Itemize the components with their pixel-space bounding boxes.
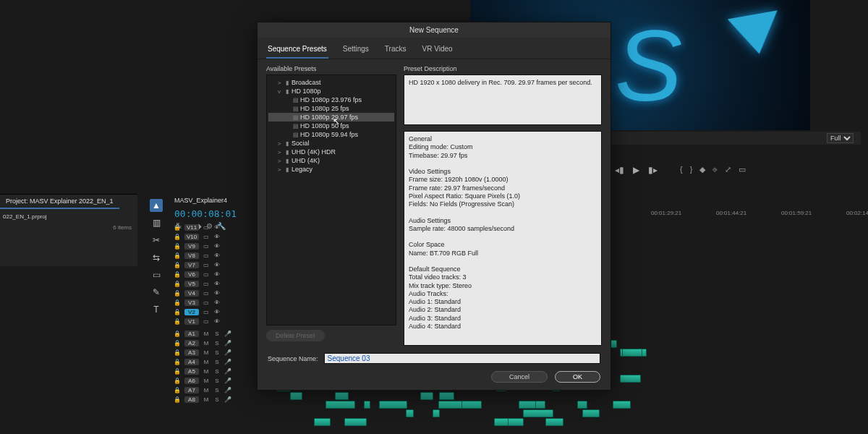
clip[interactable]: [577, 401, 587, 409]
clip[interactable]: [545, 418, 563, 426]
sync-lock-icon[interactable]: ▭: [203, 309, 210, 315]
step-back-button[interactable]: ◂▮: [615, 165, 624, 175]
track-label[interactable]: V7: [184, 262, 199, 268]
preset-social[interactable]: >Social: [268, 139, 394, 148]
audio-track-A5[interactable]: 🔒A5MS🎤: [174, 367, 253, 376]
voice-icon[interactable]: 🎤: [224, 349, 231, 356]
track-label[interactable]: A5: [184, 368, 199, 375]
sync-lock-icon[interactable]: ▭: [203, 252, 210, 259]
track-label[interactable]: A2: [184, 340, 199, 346]
lock-icon[interactable]: 🔒: [174, 234, 181, 240]
sequence-name-input[interactable]: [324, 353, 600, 364]
audio-track-A1[interactable]: 🔒A1MS🎤: [174, 329, 253, 339]
video-track-V8[interactable]: 🔒V8▭👁: [174, 251, 253, 260]
lock-icon[interactable]: 🔒: [174, 318, 181, 325]
video-track-V1[interactable]: 🔒V1▭👁: [174, 317, 253, 326]
preset-hd-1080p-25-fps[interactable]: HD 1080p 25 fps: [268, 104, 394, 113]
sync-lock-icon[interactable]: ▭: [203, 234, 210, 240]
project-item[interactable]: 022_EN_1.prproj: [0, 209, 137, 221]
preset-hd-1080p-59-94-fps[interactable]: HD 1080p 59.94 fps: [268, 130, 394, 139]
dialog-tab-sequence-presets[interactable]: Sequence Presets: [266, 42, 328, 59]
clip[interactable]: [335, 392, 349, 400]
sync-lock-icon[interactable]: ▭: [203, 271, 210, 278]
clip[interactable]: [494, 418, 508, 426]
eye-icon[interactable]: 👁: [213, 309, 221, 315]
track-label[interactable]: V1: [184, 318, 199, 325]
audio-track-A6[interactable]: 🔒A6MS🎤: [174, 376, 253, 386]
track-label[interactable]: A4: [184, 359, 199, 365]
voice-icon[interactable]: 🎤: [224, 387, 231, 393]
lock-icon[interactable]: 🔒: [174, 349, 181, 356]
lock-icon[interactable]: 🔒: [174, 359, 181, 365]
lock-icon[interactable]: 🔒: [174, 387, 181, 393]
track-label[interactable]: V4: [184, 290, 199, 297]
video-track-V9[interactable]: 🔒V9▭👁: [174, 242, 253, 251]
track-label[interactable]: A8: [184, 396, 199, 403]
lock-icon[interactable]: 🔒: [174, 299, 181, 306]
lock-icon[interactable]: 🔒: [174, 368, 181, 375]
track-label[interactable]: V2: [184, 309, 199, 315]
mute-icon[interactable]: M: [203, 368, 210, 375]
disclosure-icon[interactable]: >: [276, 166, 283, 173]
audio-track-A2[interactable]: 🔒A2MS🎤: [174, 339, 253, 348]
clip[interactable]: [582, 409, 600, 417]
tool-5[interactable]: ✎: [150, 286, 163, 299]
lock-icon[interactable]: 🔒: [174, 243, 181, 250]
solo-icon[interactable]: S: [213, 349, 221, 356]
solo-icon[interactable]: S: [213, 396, 221, 403]
preset-legacy[interactable]: >Legacy: [268, 165, 394, 174]
step-fwd-button[interactable]: ▮▸: [648, 165, 658, 175]
mute-icon[interactable]: M: [203, 378, 210, 384]
cancel-button[interactable]: Cancel: [491, 371, 548, 383]
voice-icon[interactable]: 🎤: [224, 359, 231, 365]
mark-in-icon[interactable]: {: [680, 165, 683, 174]
eye-icon[interactable]: 👁: [213, 252, 221, 259]
lock-icon[interactable]: 🔒: [174, 290, 181, 297]
lock-icon[interactable]: 🔒: [174, 309, 181, 315]
preset-tree[interactable]: >BroadcastvHD 1080pHD 1080p 23.976 fpsHD…: [266, 75, 396, 326]
extract-icon[interactable]: ⤢: [725, 165, 731, 174]
solo-icon[interactable]: S: [213, 359, 221, 365]
mute-icon[interactable]: M: [203, 359, 210, 365]
eye-icon[interactable]: 👁: [213, 234, 221, 240]
track-label[interactable]: A1: [184, 331, 199, 337]
track-label[interactable]: A7: [184, 387, 199, 393]
audio-track-A3[interactable]: 🔒A3MS🎤: [174, 348, 253, 357]
sequence-tab[interactable]: MASV_Explainer4: [170, 194, 231, 207]
dialog-tab-vr-video[interactable]: VR Video: [421, 42, 454, 59]
video-track-V6[interactable]: 🔒V6▭👁: [174, 270, 253, 279]
disclosure-icon[interactable]: >: [276, 80, 283, 86]
eye-icon[interactable]: 👁: [213, 299, 221, 306]
mute-icon[interactable]: M: [203, 349, 210, 356]
lock-icon[interactable]: 🔒: [174, 262, 181, 268]
eye-icon[interactable]: 👁: [213, 318, 221, 325]
clip[interactable]: [620, 375, 641, 383]
track-label[interactable]: V9: [184, 243, 199, 250]
tool-0[interactable]: ▲: [150, 199, 163, 212]
mark-out-icon[interactable]: }: [690, 165, 693, 174]
preset-hd-1080p-29-97-fps[interactable]: HD 1080p 29.97 fps: [268, 113, 394, 122]
clip[interactable]: [379, 401, 407, 409]
delete-preset-button[interactable]: Delete Preset: [266, 330, 325, 341]
eye-icon[interactable]: 👁: [213, 262, 221, 268]
video-track-V3[interactable]: 🔒V3▭👁: [174, 298, 253, 307]
solo-icon[interactable]: S: [213, 331, 221, 337]
video-track-V11[interactable]: 🔒V11▭👁: [174, 223, 253, 232]
clip[interactable]: [523, 409, 553, 417]
eye-icon[interactable]: 👁: [213, 290, 221, 297]
solo-icon[interactable]: S: [213, 387, 221, 393]
video-track-V7[interactable]: 🔒V7▭👁: [174, 260, 253, 270]
video-track-V5[interactable]: 🔒V5▭👁: [174, 279, 253, 289]
clip[interactable]: [439, 392, 454, 400]
track-label[interactable]: V11: [184, 224, 199, 231]
track-label[interactable]: V10: [184, 234, 199, 240]
lock-icon[interactable]: 🔒: [174, 271, 181, 278]
dialog-tab-tracks[interactable]: Tracks: [383, 42, 408, 59]
tool-3[interactable]: ⇆: [150, 251, 163, 264]
solo-icon[interactable]: S: [213, 378, 221, 384]
disclosure-icon[interactable]: >: [276, 149, 283, 156]
track-label[interactable]: V6: [184, 271, 199, 278]
mute-icon[interactable]: M: [203, 340, 210, 346]
playhead-timecode[interactable]: 00:00:08:01: [170, 207, 257, 222]
mute-icon[interactable]: M: [203, 387, 210, 393]
